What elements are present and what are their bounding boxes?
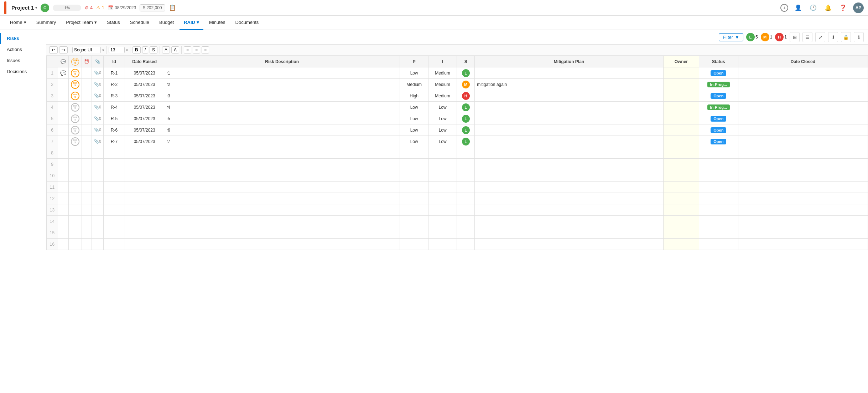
user-icon[interactable]: 👤 (793, 3, 803, 13)
row-i (428, 216, 457, 227)
table-row[interactable]: 14 (47, 216, 868, 227)
redo-button[interactable]: ↪ (59, 46, 68, 53)
row-top5: TOP5 (69, 124, 82, 136)
chat-header-icon: 💬 (61, 59, 66, 64)
grid-view-button[interactable]: ⊞ (790, 32, 800, 42)
nav-project-team[interactable]: Project Team ▾ (62, 16, 101, 30)
bell-icon[interactable]: 🔔 (823, 3, 833, 13)
clock-icon[interactable]: 🕐 (808, 3, 818, 13)
table-row[interactable]: 9 (47, 159, 868, 170)
align-left-button[interactable]: ≡ (184, 46, 191, 53)
table-row[interactable]: 12 (47, 193, 868, 204)
score-dot: L (462, 126, 470, 134)
table-row[interactable]: 8 (47, 147, 868, 159)
table-row[interactable]: 6 TOP5 📎0 R-6 05/07/2023 r6 Low Low L Op… (47, 124, 868, 136)
row-alarm (82, 113, 92, 124)
row-top5: TOP5 (69, 90, 82, 102)
progress-text: 1% (64, 6, 70, 10)
status-badge: In-Prog... (707, 104, 730, 110)
project-title[interactable]: Project 1 ▾ (11, 5, 37, 11)
row-date (125, 170, 164, 182)
table-row[interactable]: 10 (47, 170, 868, 182)
row-s (457, 216, 475, 227)
row-attach: 📎0 (92, 102, 104, 113)
row-alarm (82, 67, 92, 79)
strikethrough-button[interactable]: S (150, 46, 157, 53)
row-top5: TOP5 (69, 79, 82, 90)
col-status: Status (699, 56, 738, 67)
row-date-closed (738, 227, 868, 239)
row-status: Open (699, 113, 738, 124)
table-row[interactable]: 16 (47, 239, 868, 250)
row-id: R-7 (104, 136, 125, 147)
nav-home[interactable]: Home ▾ (6, 16, 31, 30)
lock-button[interactable]: 🔒 (841, 32, 851, 42)
undo-button[interactable]: ↩ (49, 46, 58, 53)
table-row[interactable]: 2 TOP5 📎0 R-2 05/07/2023 r2 Medium Mediu… (47, 79, 868, 90)
nav-minutes[interactable]: Minutes (205, 16, 230, 30)
status-badge: Open (711, 70, 726, 76)
row-date (125, 193, 164, 204)
font-select[interactable] (72, 47, 101, 53)
avatar[interactable]: AP (853, 2, 864, 13)
highlight-button[interactable]: A (171, 46, 179, 53)
date-text: 08/29/2023 (115, 5, 136, 10)
row-owner (663, 113, 699, 124)
chat-icon: 💬 (60, 70, 66, 76)
help-icon[interactable]: ❓ (838, 3, 848, 13)
row-attach (92, 239, 104, 250)
nav-budget[interactable]: Budget (155, 16, 178, 30)
nav-raid[interactable]: RAID ▾ (180, 16, 203, 30)
bold-button[interactable]: B (132, 46, 141, 53)
table-row[interactable]: 3 TOP5 📎0 R-3 05/07/2023 r3 High Medium … (47, 90, 868, 102)
nav-documents[interactable]: Documents (231, 16, 263, 30)
table-row[interactable]: 11 (47, 182, 868, 193)
align-right-button[interactable]: ≡ (202, 46, 209, 53)
row-alarm (82, 182, 92, 193)
score-dot: H (462, 92, 470, 100)
table-row[interactable]: 7 TOP5 📎0 R-7 05/07/2023 r7 Low Low L Op… (47, 136, 868, 147)
sidebar-item-decisions[interactable]: Decisions (0, 66, 46, 77)
top5-icon: TOP5 (71, 126, 79, 134)
row-num: 5 (47, 113, 58, 124)
sidebar-item-risks[interactable]: Risks (0, 33, 46, 44)
info-button[interactable]: ℹ (854, 32, 864, 42)
row-id: R-2 (104, 79, 125, 90)
sidebar-item-issues[interactable]: Issues (0, 55, 46, 66)
align-center-button[interactable]: ≡ (193, 46, 200, 53)
size-input[interactable] (109, 47, 125, 53)
row-date: 05/07/2023 (125, 124, 164, 136)
table-row[interactable]: 15 (47, 227, 868, 239)
add-button[interactable]: + (780, 4, 788, 12)
nav-schedule[interactable]: Schedule (126, 16, 154, 30)
row-mitigation (475, 227, 664, 239)
table-row[interactable]: 5 TOP5 📎0 R-5 05/07/2023 r5 Low Low L Op… (47, 113, 868, 124)
project-chevron-icon[interactable]: ▾ (35, 6, 37, 10)
row-i (428, 193, 457, 204)
row-mitigation (475, 182, 664, 193)
row-num: 3 (47, 90, 58, 102)
expand-button[interactable]: ⤢ (815, 32, 825, 42)
row-date-closed (738, 113, 868, 124)
filter-button[interactable]: Filter ▼ (719, 33, 743, 41)
download-button[interactable]: ⬇ (828, 32, 838, 42)
row-i (428, 170, 457, 182)
row-s: L (457, 136, 475, 147)
font-color-button[interactable]: A (162, 46, 170, 53)
row-s: L (457, 113, 475, 124)
row-attach (92, 170, 104, 182)
row-status (699, 204, 738, 216)
list-view-button[interactable]: ☰ (802, 32, 812, 42)
sidebar-item-actions[interactable]: Actions (0, 44, 46, 55)
nav-summary[interactable]: Summary (32, 16, 61, 30)
row-status: In-Prog... (699, 102, 738, 113)
row-num: 4 (47, 102, 58, 113)
row-alarm (82, 79, 92, 90)
table-row[interactable]: 1 💬 TOP5 📎0 R-1 05/07/2023 r1 Low Medium… (47, 67, 868, 79)
nav-status[interactable]: Status (103, 16, 124, 30)
table-row[interactable]: 13 (47, 204, 868, 216)
row-alarm (82, 124, 92, 136)
row-mitigation (475, 147, 664, 159)
italic-button[interactable]: I (142, 46, 148, 53)
table-row[interactable]: 4 TOP5 📎0 R-4 05/07/2023 r4 Low Low L In… (47, 102, 868, 113)
